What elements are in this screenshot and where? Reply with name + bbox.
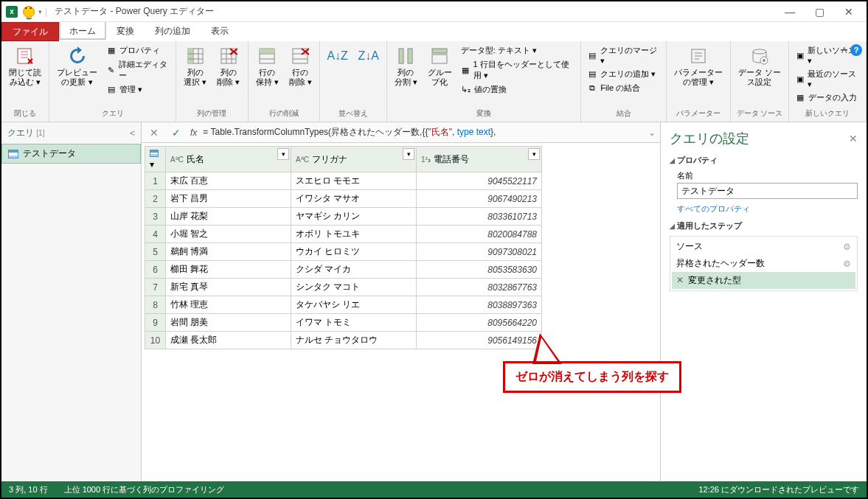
cell-name[interactable]: 成瀬 長太郎 (166, 332, 291, 349)
help-icon[interactable]: ? (850, 44, 862, 56)
tab-home[interactable]: ホーム (59, 22, 106, 41)
qat-dropdown-icon[interactable]: ▾ (38, 8, 42, 15)
cell-name[interactable]: 山岸 花梨 (166, 208, 291, 226)
remove-rows-button[interactable]: 行の 削除 ▾ (286, 44, 315, 88)
maximize-button[interactable]: ▢ (805, 2, 834, 21)
cell-furigana[interactable]: イワマ トモミ (291, 314, 417, 332)
data-type-button[interactable]: データ型: テキスト ▾ (459, 44, 577, 57)
table-row[interactable]: 2 岩下 昌男 イワシタ マサオ 9067490213 (145, 190, 542, 208)
tab-view[interactable]: 表示 (201, 22, 239, 41)
refresh-preview-button[interactable]: プレビュー の更新 ▾ (54, 44, 100, 88)
ribbon-collapse-icon[interactable]: ᐱ (841, 46, 847, 55)
cell-phone[interactable]: 8020084788 (417, 226, 542, 243)
gear-icon[interactable]: ⚙ (843, 242, 851, 252)
merge-queries-button[interactable]: ▤クエリのマージ ▾ (586, 44, 662, 66)
filter-icon[interactable]: ▾ (277, 148, 289, 160)
sort-asc-button[interactable]: A↓Z (324, 44, 351, 69)
cell-name[interactable]: 岩間 朋美 (166, 314, 291, 332)
cell-furigana[interactable]: ウカイ ヒロミツ (291, 243, 417, 261)
table-row[interactable]: 5 鵜飼 博満 ウカイ ヒロミツ 9097308021 (145, 243, 542, 261)
manage-parameters-button[interactable]: パラメーター の管理 ▾ (671, 44, 726, 88)
table-row[interactable]: 1 末広 百恵 スエヒロ モモエ 9045522117 (145, 172, 542, 190)
row-number: 9 (145, 314, 166, 332)
enter-data-button[interactable]: ▦データの入力 (794, 91, 861, 104)
gear-icon[interactable]: ⚙ (843, 259, 851, 269)
column-header-name[interactable]: AᴮC氏名▾ (166, 147, 291, 172)
cell-phone[interactable]: 8032867763 (417, 279, 542, 296)
column-header-phone[interactable]: 1²₃電話番号▾ (417, 147, 542, 172)
cell-furigana[interactable]: イワシタ マサオ (291, 190, 417, 208)
column-header-furigana[interactable]: AᴮCフリガナ▾ (291, 147, 417, 172)
table-row[interactable]: 7 新宅 真琴 シンタク マコト 8032867763 (145, 279, 542, 296)
cell-phone[interactable]: 8053583630 (417, 261, 542, 279)
keep-rows-button[interactable]: 行の 保持 ▾ (253, 44, 282, 88)
close-load-button[interactable]: 閉じて読 み込む ▾ (6, 44, 44, 88)
table-icon (8, 150, 18, 158)
close-settings-icon[interactable]: ✕ (849, 133, 858, 144)
cell-furigana[interactable]: クシダ マイカ (291, 261, 417, 279)
all-properties-link[interactable]: すべてのプロパティ (677, 203, 750, 214)
cell-furigana[interactable]: オボリ トモユキ (291, 226, 417, 243)
tab-addcolumn[interactable]: 列の追加 (145, 22, 201, 41)
tab-transform[interactable]: 変換 (106, 22, 145, 41)
query-name-input[interactable] (677, 183, 858, 199)
cell-phone[interactable]: 9067490213 (417, 190, 542, 208)
cell-furigana[interactable]: タケバヤシ リエ (291, 296, 417, 314)
cell-furigana[interactable]: ナルセ チョウタロウ (291, 332, 417, 349)
applied-step[interactable]: ソース⚙ (672, 238, 855, 255)
filter-icon[interactable]: ▾ (403, 148, 414, 160)
remove-columns-button[interactable]: 列の 削除 ▾ (214, 44, 243, 88)
filter-icon[interactable]: ▾ (528, 148, 540, 160)
cell-furigana[interactable]: スエヒロ モモエ (291, 172, 417, 190)
table-row[interactable]: 10 成瀬 長太郎 ナルセ チョウタロウ 9056149156 (145, 332, 542, 349)
cell-furigana[interactable]: シンタク マコト (291, 279, 417, 296)
cell-name[interactable]: 末広 百恵 (166, 172, 291, 190)
datasource-settings-button[interactable]: データ ソー ス設定 (735, 44, 784, 88)
cell-phone[interactable]: 8095664220 (417, 314, 542, 332)
applied-step[interactable]: ✕変更された型 (672, 272, 855, 289)
split-column-button[interactable]: 列の 分割 ▾ (392, 44, 420, 88)
formula-cancel-icon[interactable]: ✕ (146, 127, 162, 139)
close-button[interactable]: ✕ (834, 2, 864, 21)
delete-step-icon[interactable]: ✕ (676, 275, 684, 285)
advanced-editor-button[interactable]: ✎詳細エディター (105, 58, 171, 82)
choose-columns-button[interactable]: 列の 選択 ▾ (181, 44, 209, 88)
append-queries-button[interactable]: ▤クエリの追加 ▾ (586, 68, 662, 80)
recent-sources-button[interactable]: ▣最近のソース ▾ (794, 68, 861, 90)
group-by-button[interactable]: グルー プ化 (425, 44, 455, 88)
cell-furigana[interactable]: ヤマギシ カリン (291, 208, 417, 226)
table-row[interactable]: 8 竹林 理恵 タケバヤシ リエ 8038897363 (145, 296, 542, 314)
applied-step[interactable]: 昇格されたヘッダー数⚙ (672, 255, 855, 272)
cell-name[interactable]: 竹林 理恵 (166, 296, 291, 314)
table-row[interactable]: 6 櫛田 舞花 クシダ マイカ 8053583630 (145, 261, 542, 279)
table-row[interactable]: 3 山岸 花梨 ヤマギシ カリン 8033610713 (145, 208, 542, 226)
combine-files-button[interactable]: ⧉File の結合 (586, 82, 662, 94)
cell-name[interactable]: 鵜飼 博満 (166, 243, 291, 261)
fx-icon[interactable]: fx (190, 128, 197, 138)
cell-phone[interactable]: 9056149156 (417, 332, 542, 349)
cell-phone[interactable]: 8033610713 (417, 208, 542, 226)
cell-name[interactable]: 小堀 智之 (166, 226, 291, 243)
minimize-button[interactable]: — (775, 2, 805, 21)
data-grid[interactable]: ▾ AᴮC氏名▾ AᴮCフリガナ▾ 1²₃電話番号▾ 1 末広 百恵 スエヒロ … (145, 146, 542, 349)
cell-phone[interactable]: 8038897363 (417, 296, 542, 314)
collapse-pane-icon[interactable]: < (130, 128, 135, 139)
row-selector-header[interactable]: ▾ (145, 147, 166, 172)
manage-button[interactable]: ▤管理 ▾ (105, 83, 171, 96)
cell-name[interactable]: 岩下 昌男 (166, 190, 291, 208)
table-row[interactable]: 9 岩間 朋美 イワマ トモミ 8095664220 (145, 314, 542, 332)
query-item-testdata[interactable]: テストデータ (1, 144, 141, 164)
use-first-row-button[interactable]: ▦1 行目をヘッダーとして使用 ▾ (459, 58, 577, 82)
replace-values-button[interactable]: ↳₂値の置換 (459, 83, 577, 96)
table-row[interactable]: 4 小堀 智之 オボリ トモユキ 8020084788 (145, 226, 542, 243)
tab-file[interactable]: ファイル (1, 22, 59, 41)
properties-button[interactable]: ▦プロパティ (105, 44, 171, 57)
cell-name[interactable]: 櫛田 舞花 (166, 261, 291, 279)
formula-input[interactable]: = Table.TransformColumnTypes(昇格されたヘッダー数,… (203, 126, 642, 139)
cell-name[interactable]: 新宅 真琴 (166, 279, 291, 296)
sort-desc-button[interactable]: Z↓A (355, 44, 382, 69)
cell-phone[interactable]: 9097308021 (417, 243, 542, 261)
formula-accept-icon[interactable]: ✓ (168, 127, 184, 139)
cell-phone[interactable]: 9045522117 (417, 172, 542, 190)
formula-expand-icon[interactable]: ⌄ (648, 128, 656, 138)
